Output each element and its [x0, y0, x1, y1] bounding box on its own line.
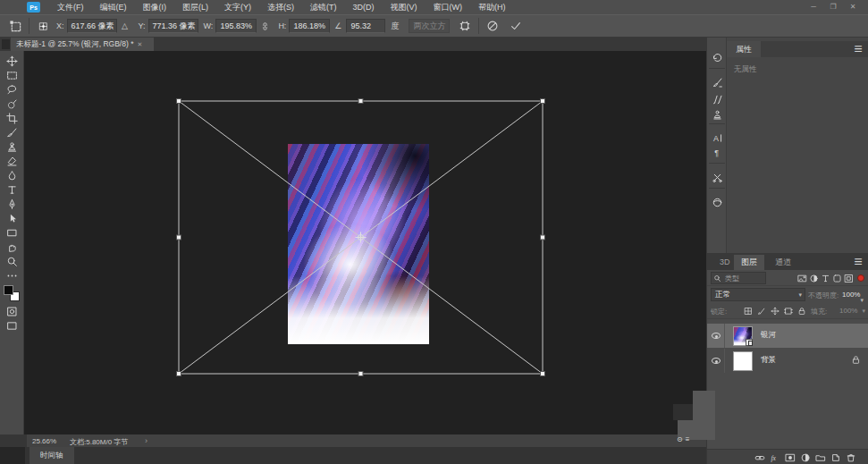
panel-menu-icon[interactable]: ≡ — [853, 44, 864, 55]
adjustment-filter-icon[interactable] — [808, 273, 819, 283]
close-tab-icon[interactable]: ✕ — [137, 41, 142, 48]
y-input[interactable]: 771.36 像素 — [148, 19, 198, 33]
warp-mode-toggle-icon[interactable] — [457, 18, 473, 34]
lock-all-icon[interactable] — [796, 306, 807, 316]
menu-item-2[interactable]: 图像(I) — [135, 0, 175, 14]
menu-item-5[interactable]: 选择(S) — [259, 0, 302, 14]
fill-value[interactable]: 100% — [839, 307, 857, 315]
menu-item-9[interactable]: 窗口(W) — [426, 0, 471, 14]
scissors-panel-icon[interactable] — [710, 170, 724, 184]
crop-tool-icon[interactable] — [2, 111, 21, 125]
lock-transparent-icon[interactable] — [743, 306, 754, 316]
visibility-eye-icon[interactable] — [707, 349, 725, 373]
color-swatches[interactable] — [3, 284, 21, 302]
pen-tool-icon[interactable] — [2, 197, 21, 211]
layer-mask-icon[interactable] — [784, 451, 796, 463]
quick-selection-tool-icon[interactable] — [2, 97, 21, 111]
visibility-eye-icon[interactable] — [707, 324, 725, 348]
relative-position-icon[interactable]: △ — [117, 18, 133, 34]
svg-text:fx: fx — [771, 454, 776, 462]
commit-transform-icon[interactable] — [508, 18, 524, 34]
layer-thumbnail[interactable] — [733, 326, 753, 346]
layer-style-icon[interactable]: fx — [769, 451, 780, 463]
filter-switch-icon[interactable] — [857, 274, 864, 282]
width-input[interactable]: 195.83% — [215, 19, 257, 33]
type-tool-icon[interactable] — [2, 182, 21, 197]
tab-timeline[interactable]: 时间轴 — [29, 447, 74, 464]
layer-thumbnail[interactable] — [733, 351, 753, 371]
cancel-transform-icon[interactable] — [485, 18, 501, 34]
canvas-area[interactable] — [24, 51, 706, 434]
menu-item-1[interactable]: 编辑(E) — [92, 0, 135, 14]
layer-name[interactable]: 银河 — [761, 330, 776, 341]
rectangle-shape-tool-icon[interactable] — [2, 225, 21, 240]
layer-filter-type-select[interactable]: 类型 — [711, 272, 766, 284]
clone-source-panel-icon[interactable] — [710, 107, 724, 122]
opacity-input[interactable]: 100% ▾ — [842, 288, 865, 301]
adjustment-layer-icon[interactable] — [799, 451, 811, 463]
zoom-level-field[interactable]: 25.66% — [32, 437, 56, 445]
tab-channels[interactable]: 通道 — [768, 255, 798, 270]
maximize-button[interactable]: ❐ — [823, 0, 843, 14]
h-label: H: — [278, 21, 286, 30]
x-input[interactable]: 617.66 像素 — [67, 19, 117, 33]
tab-properties[interactable]: 属性 — [727, 41, 761, 57]
link-layers-icon[interactable] — [754, 451, 765, 463]
layer-row-银河[interactable]: 银河 — [707, 324, 868, 348]
type-filter-icon[interactable] — [820, 273, 830, 283]
paragraph-panel-icon[interactable]: ¶ — [710, 145, 724, 159]
height-input[interactable]: 186.18% — [289, 19, 330, 33]
free-transform-overlay[interactable] — [24, 51, 706, 434]
3d-material-panel-icon[interactable] — [710, 195, 724, 209]
status-expander-icon[interactable]: › — [145, 436, 147, 445]
menu-item-7[interactable]: 3D(D) — [345, 0, 383, 14]
menu-item-4[interactable]: 文字(Y) — [216, 0, 259, 14]
blend-mode-select[interactable]: 正常 ▾ — [711, 288, 805, 301]
eraser-tool-icon[interactable] — [2, 154, 21, 168]
layer-row-背景[interactable]: 背景 — [707, 349, 868, 373]
close-button[interactable]: ✕ — [843, 0, 863, 14]
history-panel-icon[interactable] — [710, 50, 724, 64]
new-layer-icon[interactable] — [830, 451, 841, 463]
new-group-icon[interactable] — [814, 451, 826, 463]
brush-tool-icon[interactable] — [2, 125, 21, 139]
menu-item-8[interactable]: 视图(V) — [383, 0, 426, 14]
menu-item-0[interactable]: 文件(F) — [49, 0, 92, 14]
menu-items: 文件(F)编辑(E)图像(I)图层(L)文字(Y)选择(S)滤镜(T)3D(D)… — [49, 0, 514, 14]
zoom-tool-icon[interactable] — [2, 254, 21, 268]
minimize-button[interactable]: ─ — [804, 0, 823, 14]
character-panel-icon[interactable]: A — [710, 131, 724, 145]
pixel-filter-icon[interactable] — [796, 273, 807, 283]
menu-item-3[interactable]: 图层(L) — [174, 0, 216, 14]
move-tool-icon[interactable] — [2, 54, 21, 68]
layers-filter-row: 类型 — [707, 270, 868, 286]
layer-name[interactable]: 背景 — [761, 355, 776, 366]
document-tab-bar: 未标题-1 @ 25.7% (银河, RGB/8) * ✕ — [0, 38, 706, 51]
hand-tool-icon[interactable] — [2, 240, 21, 254]
smart-object-filter-icon[interactable] — [843, 273, 854, 283]
shape-filter-icon[interactable] — [831, 273, 842, 283]
link-dimensions-icon[interactable] — [257, 18, 273, 34]
lock-position-icon[interactable] — [770, 306, 780, 316]
menu-item-6[interactable]: 滤镜(T) — [302, 0, 345, 14]
screen-mode-tool-icon[interactable] — [2, 318, 21, 333]
path-selection-tool-icon[interactable] — [2, 211, 21, 225]
brush-settings-panel-icon[interactable] — [710, 75, 724, 89]
marquee-tool-icon[interactable] — [2, 68, 21, 82]
smudge-tool-icon[interactable] — [2, 168, 21, 182]
angle-input[interactable]: 95.32 — [346, 19, 385, 33]
edit-toolbar-tool-icon[interactable] — [2, 268, 21, 283]
lock-pixels-icon[interactable] — [756, 306, 767, 316]
lasso-tool-icon[interactable] — [2, 82, 21, 97]
brushes-panel-icon[interactable] — [710, 91, 724, 105]
foreground-color-swatch[interactable] — [4, 285, 13, 295]
lock-artboard-icon[interactable] — [783, 306, 794, 316]
reference-point-icon[interactable] — [35, 18, 51, 34]
delete-layer-icon[interactable] — [845, 451, 856, 463]
menu-item-10[interactable]: 帮助(H) — [470, 0, 514, 14]
tab-layers[interactable]: 图层 — [734, 255, 764, 270]
clone-stamp-tool-icon[interactable] — [2, 139, 21, 154]
panel-menu-icon[interactable]: ≡ — [853, 257, 864, 267]
quick-mask-tool-icon[interactable] — [2, 304, 21, 318]
document-tab[interactable]: 未标题-1 @ 25.7% (银河, RGB/8) * ✕ — [11, 38, 154, 51]
